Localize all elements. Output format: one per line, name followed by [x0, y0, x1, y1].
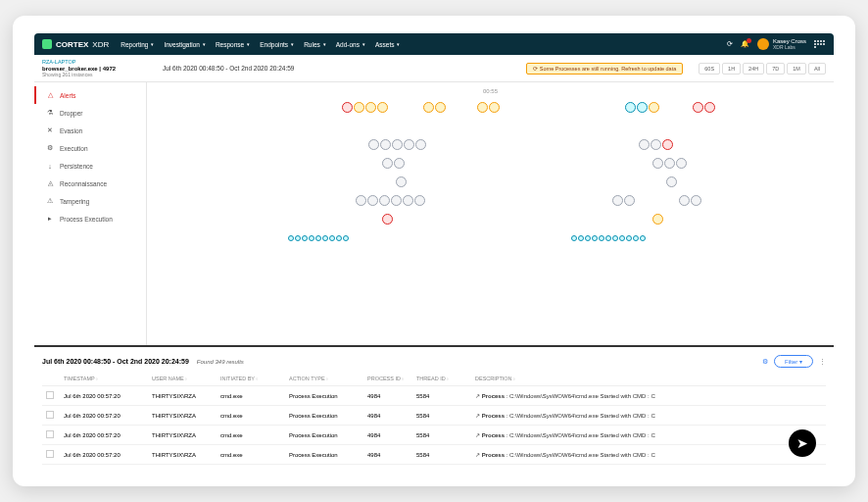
timeline-row-persistence — [153, 173, 828, 191]
sidebar-item-evasion[interactable]: ✕Evasion — [34, 122, 146, 139]
cell-user: THIRTYSIX\RZA — [148, 452, 217, 458]
cell-pid: 4984 — [363, 413, 412, 419]
nav-investigation[interactable]: Investigation — [164, 41, 206, 48]
scroll-top-button[interactable]: ➤ — [789, 429, 816, 457]
col-processid[interactable]: PROCESS ID — [363, 376, 412, 381]
timeline-row-execution — [153, 154, 828, 173]
sidebar-item-process-execution[interactable]: ▸Process Execution — [34, 210, 146, 227]
table-header: TIMESTAMP USER NAME INITIATED BY ACTION … — [42, 372, 826, 386]
results-header: Jul 6th 2020 00:48:50 - Oct 2nd 2020 20:… — [42, 351, 826, 372]
notification-icon[interactable]: 🔔 — [741, 40, 749, 48]
time-24h[interactable]: 24H — [743, 63, 764, 75]
brand-suffix: XDR — [92, 40, 109, 49]
filter-button[interactable]: Filter ▾ — [774, 355, 813, 368]
user-menu[interactable]: Kasey Cross XDR Labs — [757, 38, 806, 50]
timeline-row-alerts — [153, 98, 828, 117]
cell-init: cmd.exe — [217, 452, 285, 458]
table-row[interactable]: Jul 6th 2020 00:57:20THIRTYSIX\RZAcmd.ex… — [42, 445, 826, 465]
col-username[interactable]: USER NAME — [148, 376, 217, 381]
table-row[interactable]: Jul 6th 2020 00:57:20THIRTYSIX\RZAcmd.ex… — [42, 386, 826, 406]
sidebar-item-alerts[interactable]: △Alerts — [34, 86, 146, 104]
results-table: TIMESTAMP USER NAME INITIATED BY ACTION … — [42, 372, 826, 465]
time-range-buttons: 60S 1H 24H 7D 1M All — [699, 63, 826, 75]
persistence-icon: ↓ — [46, 162, 54, 170]
col-description[interactable]: DESCRIPTION — [471, 376, 826, 381]
col-threadid[interactable]: THREAD ID — [412, 376, 471, 381]
warning-banner[interactable]: ⟳ Some Processes are still running. Refr… — [526, 63, 683, 75]
process-context: RZA-LAPTOP browser_broker.exe | 4972 Sho… — [42, 59, 155, 77]
cell-tid: 5584 — [412, 413, 471, 419]
nav-rules[interactable]: Rules — [304, 41, 326, 48]
apps-menu-icon[interactable] — [814, 40, 826, 48]
more-icon[interactable]: ⋮ — [819, 358, 826, 366]
results-date-range: Jul 6th 2020 00:48:50 - Oct 2nd 2020 20:… — [42, 358, 189, 365]
host-name[interactable]: RZA-LAPTOP — [42, 59, 155, 65]
main-content: △Alerts ⚗Dropper ✕Evasion ⚙Execution ↓Pe… — [34, 82, 834, 345]
timeline-row-evasion — [153, 135, 828, 154]
sidebar-item-execution[interactable]: ⚙Execution — [34, 139, 146, 157]
topbar-right: ⟳ 🔔 Kasey Cross XDR Labs — [727, 38, 826, 50]
cell-action: Process Execution — [285, 413, 363, 419]
cell-action: Process Execution — [285, 452, 363, 458]
col-initiatedby[interactable]: INITIATED BY — [217, 376, 285, 381]
time-7d[interactable]: 7D — [766, 63, 785, 75]
col-actiontype[interactable]: ACTION TYPE — [285, 376, 363, 381]
time-all[interactable]: All — [808, 63, 826, 75]
recon-icon: ◬ — [46, 179, 54, 187]
timeline-row-tampering — [153, 210, 828, 228]
cell-pid: 4984 — [363, 393, 412, 399]
cell-desc: ↗ Process : C:\Windows\SysWOW64\cmd.exe … — [471, 392, 826, 399]
sidebar-item-dropper[interactable]: ⚗Dropper — [34, 104, 146, 122]
evasion-icon: ✕ — [46, 126, 54, 134]
brand-logo[interactable]: CORTEX XDR — [42, 39, 109, 49]
row-checkbox[interactable] — [46, 411, 54, 419]
row-checkbox[interactable] — [46, 450, 54, 458]
cell-action: Process Execution — [285, 432, 363, 438]
time-1h[interactable]: 1H — [722, 63, 741, 75]
cell-action: Process Execution — [285, 393, 363, 399]
top-nav-bar: CORTEX XDR Reporting Investigation Respo… — [34, 33, 834, 55]
refresh-icon[interactable]: ⟳ — [727, 40, 733, 48]
logo-icon — [42, 39, 52, 49]
nav-reporting[interactable]: Reporting — [121, 41, 154, 48]
nav-endpoints[interactable]: Endpoints — [260, 41, 294, 48]
sidebar-item-tampering[interactable]: ⚠Tampering — [34, 192, 146, 210]
results-panel: Jul 6th 2020 00:48:50 - Oct 2nd 2020 20:… — [34, 345, 834, 469]
settings-icon[interactable]: ⚙ — [762, 358, 768, 366]
cell-desc: ↗ Process : C:\Windows\SysWOW64\cmd.exe … — [471, 431, 826, 438]
table-row[interactable]: Jul 6th 2020 00:57:20THIRTYSIX\RZAcmd.ex… — [42, 426, 826, 445]
time-1m[interactable]: 1M — [787, 63, 806, 75]
instance-count: Showing 261 instances — [42, 72, 155, 77]
tampering-icon: ⚠ — [46, 197, 54, 205]
sidebar-item-reconnaissance[interactable]: ◬Reconnaissance — [34, 175, 146, 192]
alert-icon: △ — [46, 91, 54, 99]
table-body: Jul 6th 2020 00:57:20THIRTYSIX\RZAcmd.ex… — [42, 386, 826, 465]
timeline-tick: 00:55 — [153, 88, 828, 94]
sidebar-item-persistence[interactable]: ↓Persistence — [34, 157, 146, 175]
cell-tid: 5584 — [412, 432, 471, 438]
time-60s[interactable]: 60S — [699, 63, 720, 75]
cell-user: THIRTYSIX\RZA — [148, 393, 217, 399]
cell-timestamp: Jul 6th 2020 00:57:20 — [60, 452, 148, 458]
col-timestamp[interactable]: TIMESTAMP — [60, 376, 148, 381]
row-checkbox[interactable] — [46, 430, 54, 438]
brand-name: CORTEX — [56, 40, 88, 49]
cell-desc: ↗ Process : C:\Windows\SysWOW64\cmd.exe … — [471, 451, 826, 458]
cell-pid: 4984 — [363, 432, 412, 438]
cell-timestamp: Jul 6th 2020 00:57:20 — [60, 393, 148, 399]
timeline-chart[interactable]: 00:55 — [147, 82, 834, 345]
results-count: Found 349 results — [197, 359, 244, 365]
nav-response[interactable]: Response — [216, 41, 250, 48]
context-header: RZA-LAPTOP browser_broker.exe | 4972 Sho… — [34, 55, 834, 82]
row-checkbox[interactable] — [46, 391, 54, 399]
cell-pid: 4984 — [363, 452, 412, 458]
nav-assets[interactable]: Assets — [375, 41, 401, 48]
nav-addons[interactable]: Add-ons — [336, 41, 365, 48]
timeline-row-procexec — [153, 228, 828, 247]
cell-init: cmd.exe — [217, 413, 285, 419]
laptop-frame: CORTEX XDR Reporting Investigation Respo… — [13, 16, 855, 486]
table-row[interactable]: Jul 6th 2020 00:57:20THIRTYSIX\RZAcmd.ex… — [42, 406, 826, 426]
cell-tid: 5584 — [412, 452, 471, 458]
timeline-row-recon — [153, 191, 828, 210]
cell-timestamp: Jul 6th 2020 00:57:20 — [60, 432, 148, 438]
